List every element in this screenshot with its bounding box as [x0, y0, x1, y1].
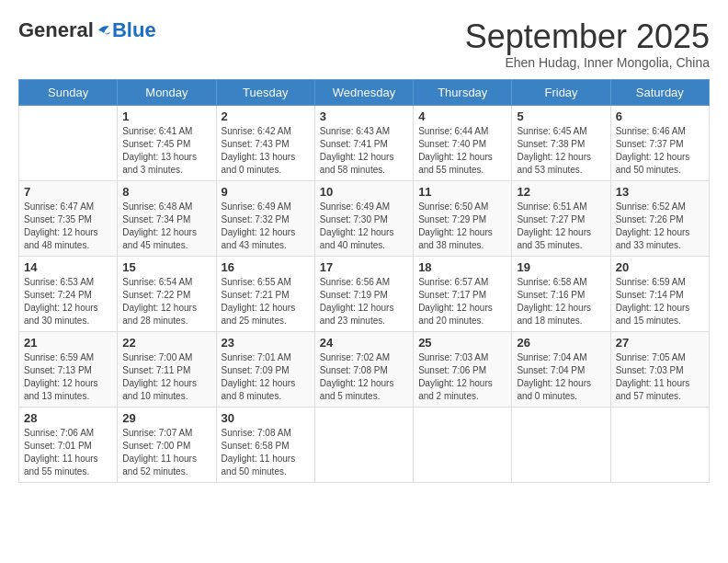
day-info: Sunrise: 6:58 AMSunset: 7:16 PMDaylight:…	[517, 276, 605, 327]
day-number: 12	[517, 185, 605, 199]
calendar-cell: 6Sunrise: 6:46 AMSunset: 7:37 PMDaylight…	[610, 105, 709, 180]
day-number: 14	[24, 260, 112, 274]
day-info: Sunrise: 6:59 AMSunset: 7:14 PMDaylight:…	[616, 276, 704, 327]
calendar-week-row: 28Sunrise: 7:06 AMSunset: 7:01 PMDayligh…	[19, 407, 710, 482]
day-number: 29	[122, 411, 210, 425]
header-saturday: Saturday	[610, 79, 709, 105]
day-info: Sunrise: 6:59 AMSunset: 7:13 PMDaylight:…	[24, 351, 112, 403]
calendar-cell: 23Sunrise: 7:01 AMSunset: 7:09 PMDayligh…	[216, 331, 314, 407]
day-number: 16	[222, 260, 310, 274]
calendar-cell: 1Sunrise: 6:41 AMSunset: 7:45 PMDaylight…	[118, 105, 216, 180]
calendar-cell: 3Sunrise: 6:43 AMSunset: 7:41 PMDaylight…	[314, 105, 413, 180]
day-info: Sunrise: 6:46 AMSunset: 7:37 PMDaylight:…	[616, 125, 704, 177]
calendar-cell: 5Sunrise: 6:45 AMSunset: 7:38 PMDaylight…	[512, 105, 610, 180]
calendar-cell: 11Sunrise: 6:50 AMSunset: 7:29 PMDayligh…	[414, 180, 512, 256]
day-info: Sunrise: 7:01 AMSunset: 7:09 PMDaylight:…	[222, 351, 310, 403]
day-number: 4	[418, 109, 506, 123]
calendar-cell: 20Sunrise: 6:59 AMSunset: 7:14 PMDayligh…	[610, 256, 709, 331]
calendar-cell: 27Sunrise: 7:05 AMSunset: 7:03 PMDayligh…	[610, 331, 709, 407]
header-friday: Friday	[512, 79, 610, 105]
logo: General Blue	[18, 18, 156, 42]
logo-bird-icon	[96, 22, 112, 39]
calendar-week-row: 1Sunrise: 6:41 AMSunset: 7:45 PMDaylight…	[19, 105, 710, 180]
title-block: September 2025 Ehen Hudag, Inner Mongoli…	[465, 18, 710, 70]
day-number: 11	[418, 185, 506, 199]
calendar-cell: 24Sunrise: 7:02 AMSunset: 7:08 PMDayligh…	[314, 331, 413, 407]
day-info: Sunrise: 6:47 AMSunset: 7:35 PMDaylight:…	[24, 201, 112, 252]
day-number: 3	[320, 109, 408, 123]
calendar-cell: 15Sunrise: 6:54 AMSunset: 7:22 PMDayligh…	[118, 256, 216, 331]
month-title: September 2025	[465, 18, 710, 55]
header-tuesday: Tuesday	[216, 79, 314, 105]
day-info: Sunrise: 6:42 AMSunset: 7:43 PMDaylight:…	[222, 125, 310, 177]
day-number: 20	[616, 260, 704, 274]
day-info: Sunrise: 6:43 AMSunset: 7:41 PMDaylight:…	[320, 125, 408, 177]
day-number: 8	[122, 185, 210, 199]
day-number: 15	[122, 260, 210, 274]
page-header: General Blue September 2025 Ehen Hudag, …	[18, 18, 710, 70]
day-info: Sunrise: 6:52 AMSunset: 7:26 PMDaylight:…	[616, 201, 704, 252]
calendar-cell	[512, 407, 610, 482]
calendar-cell: 12Sunrise: 6:51 AMSunset: 7:27 PMDayligh…	[512, 180, 610, 256]
calendar-cell	[19, 105, 118, 180]
calendar-cell	[610, 407, 709, 482]
day-number: 28	[24, 411, 112, 425]
day-info: Sunrise: 6:49 AMSunset: 7:30 PMDaylight:…	[320, 201, 408, 252]
day-info: Sunrise: 7:08 AMSunset: 6:58 PMDaylight:…	[222, 427, 310, 478]
day-info: Sunrise: 6:50 AMSunset: 7:29 PMDaylight:…	[418, 201, 506, 252]
day-info: Sunrise: 7:00 AMSunset: 7:11 PMDaylight:…	[122, 351, 210, 403]
calendar-cell: 13Sunrise: 6:52 AMSunset: 7:26 PMDayligh…	[610, 180, 709, 256]
calendar-cell: 26Sunrise: 7:04 AMSunset: 7:04 PMDayligh…	[512, 331, 610, 407]
calendar-cell: 30Sunrise: 7:08 AMSunset: 6:58 PMDayligh…	[216, 407, 314, 482]
day-info: Sunrise: 6:51 AMSunset: 7:27 PMDaylight:…	[517, 201, 605, 252]
calendar-week-row: 14Sunrise: 6:53 AMSunset: 7:24 PMDayligh…	[19, 256, 710, 331]
calendar-cell: 21Sunrise: 6:59 AMSunset: 7:13 PMDayligh…	[19, 331, 118, 407]
day-number: 18	[418, 260, 506, 274]
day-info: Sunrise: 6:53 AMSunset: 7:24 PMDaylight:…	[24, 276, 112, 327]
logo-general-text: General	[18, 18, 94, 42]
calendar-cell: 14Sunrise: 6:53 AMSunset: 7:24 PMDayligh…	[19, 256, 118, 331]
calendar-cell: 19Sunrise: 6:58 AMSunset: 7:16 PMDayligh…	[512, 256, 610, 331]
calendar-cell: 22Sunrise: 7:00 AMSunset: 7:11 PMDayligh…	[118, 331, 216, 407]
header-monday: Monday	[118, 79, 216, 105]
calendar-table: SundayMondayTuesdayWednesdayThursdayFrid…	[18, 79, 710, 483]
header-wednesday: Wednesday	[314, 79, 413, 105]
calendar-cell	[314, 407, 413, 482]
day-info: Sunrise: 6:48 AMSunset: 7:34 PMDaylight:…	[122, 201, 210, 252]
day-info: Sunrise: 6:45 AMSunset: 7:38 PMDaylight:…	[517, 125, 605, 177]
logo-blue-text: Blue	[112, 18, 156, 42]
day-number: 7	[24, 185, 112, 199]
day-number: 26	[517, 336, 605, 350]
day-info: Sunrise: 6:56 AMSunset: 7:19 PMDaylight:…	[320, 276, 408, 327]
header-thursday: Thursday	[414, 79, 512, 105]
day-number: 9	[222, 185, 310, 199]
day-number: 23	[222, 336, 310, 350]
header-sunday: Sunday	[19, 79, 118, 105]
day-number: 17	[320, 260, 408, 274]
day-number: 21	[24, 336, 112, 350]
calendar-cell: 28Sunrise: 7:06 AMSunset: 7:01 PMDayligh…	[19, 407, 118, 482]
day-number: 30	[222, 411, 310, 425]
day-info: Sunrise: 6:55 AMSunset: 7:21 PMDaylight:…	[222, 276, 310, 327]
location-subtitle: Ehen Hudag, Inner Mongolia, China	[465, 55, 710, 70]
day-number: 10	[320, 185, 408, 199]
calendar-week-row: 21Sunrise: 6:59 AMSunset: 7:13 PMDayligh…	[19, 331, 710, 407]
day-info: Sunrise: 6:57 AMSunset: 7:17 PMDaylight:…	[418, 276, 506, 327]
day-number: 6	[616, 109, 704, 123]
day-number: 1	[122, 109, 210, 123]
calendar-header-row: SundayMondayTuesdayWednesdayThursdayFrid…	[19, 79, 710, 105]
day-number: 25	[418, 336, 506, 350]
calendar-cell: 29Sunrise: 7:07 AMSunset: 7:00 PMDayligh…	[118, 407, 216, 482]
calendar-cell: 8Sunrise: 6:48 AMSunset: 7:34 PMDaylight…	[118, 180, 216, 256]
day-info: Sunrise: 7:02 AMSunset: 7:08 PMDaylight:…	[320, 351, 408, 403]
day-number: 13	[616, 185, 704, 199]
day-info: Sunrise: 6:44 AMSunset: 7:40 PMDaylight:…	[418, 125, 506, 177]
calendar-cell: 2Sunrise: 6:42 AMSunset: 7:43 PMDaylight…	[216, 105, 314, 180]
day-info: Sunrise: 7:03 AMSunset: 7:06 PMDaylight:…	[418, 351, 506, 403]
day-number: 19	[517, 260, 605, 274]
calendar-cell: 18Sunrise: 6:57 AMSunset: 7:17 PMDayligh…	[414, 256, 512, 331]
day-info: Sunrise: 7:04 AMSunset: 7:04 PMDaylight:…	[517, 351, 605, 403]
day-info: Sunrise: 6:41 AMSunset: 7:45 PMDaylight:…	[122, 125, 210, 177]
day-number: 5	[517, 109, 605, 123]
calendar-week-row: 7Sunrise: 6:47 AMSunset: 7:35 PMDaylight…	[19, 180, 710, 256]
